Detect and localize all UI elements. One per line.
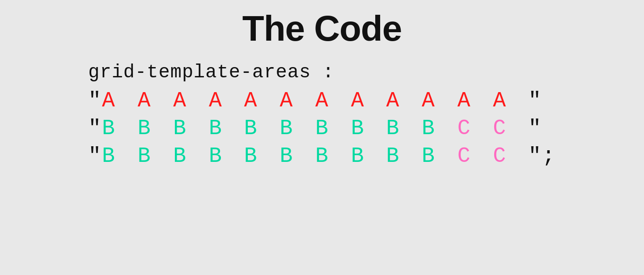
letter-B: B — [244, 116, 258, 140]
group-1-3: A A A A — [386, 89, 507, 113]
close-quote-3: " — [528, 144, 542, 168]
letter-B: B — [138, 116, 152, 140]
letter-B: B — [351, 116, 365, 140]
group-1-1: A A A A — [102, 89, 223, 113]
letter-B: B — [102, 144, 116, 168]
letter-A: A — [422, 89, 436, 113]
letter-C: C — [493, 116, 507, 140]
page-title: The Code — [242, 8, 402, 49]
letter-C: C — [458, 144, 471, 168]
letter-B: B — [386, 144, 400, 168]
close-quote-2: " — [528, 116, 542, 140]
semicolon: ; — [542, 144, 556, 168]
letter-C: C — [493, 144, 507, 168]
letter-B: B — [422, 144, 436, 168]
group-2-2: B B B B — [244, 116, 365, 140]
letter-A: A — [493, 89, 507, 113]
open-quote-3: " — [88, 144, 102, 168]
grid-row-2: " B B B B B B B B B B C C " — [88, 116, 542, 140]
letter-A: A — [458, 89, 471, 113]
letter-B: B — [102, 116, 116, 140]
letter-A: A — [351, 89, 365, 113]
letter-B: B — [386, 116, 400, 140]
letter-B: B — [209, 116, 223, 140]
letter-B: B — [315, 116, 329, 140]
grid-row-1: " A A A A A A A A A A A A " — [88, 89, 542, 113]
group-3-2: B B B B — [244, 144, 365, 168]
code-block: grid-template-areas : " A A A A A A A A … — [88, 62, 556, 172]
letter-B: B — [422, 116, 436, 140]
letter-B: B — [244, 144, 258, 168]
letter-A: A — [209, 89, 223, 113]
letter-A: A — [138, 89, 152, 113]
group-2-3: B B C C — [386, 116, 507, 140]
grid-row-3: " B B B B B B B B B B C C " ; — [88, 144, 556, 168]
letter-A: A — [386, 89, 400, 113]
letter-B: B — [315, 144, 329, 168]
letter-B: B — [280, 116, 293, 140]
letter-A: A — [102, 89, 116, 113]
property-line: grid-template-areas : — [88, 62, 334, 83]
letter-A: A — [315, 89, 329, 113]
group-3-1: B B B B — [102, 144, 223, 168]
letter-B: B — [173, 144, 187, 168]
letter-A: A — [173, 89, 187, 113]
close-quote-1: " — [528, 89, 542, 113]
group-3-3: B B C C — [386, 144, 507, 168]
open-quote-1: " — [88, 89, 102, 113]
letter-B: B — [138, 144, 152, 168]
group-1-2: A A A A — [244, 89, 365, 113]
letter-A: A — [280, 89, 293, 113]
open-quote-2: " — [88, 116, 102, 140]
letter-C: C — [458, 116, 471, 140]
letter-A: A — [244, 89, 258, 113]
letter-B: B — [209, 144, 223, 168]
group-2-1: B B B B — [102, 116, 223, 140]
letter-B: B — [351, 144, 365, 168]
letter-B: B — [280, 144, 293, 168]
letter-B: B — [173, 116, 187, 140]
